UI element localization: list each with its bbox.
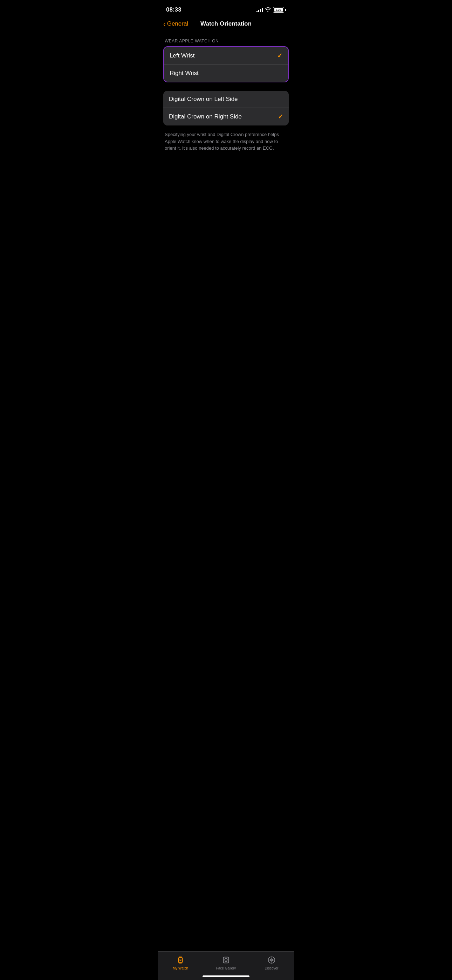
right-wrist-option[interactable]: Right Wrist	[164, 65, 288, 82]
crown-left-label: Digital Crown on Left Side	[169, 96, 238, 103]
wifi-icon	[265, 7, 271, 13]
wrist-section-label: WEAR APPLE WATCH ON	[163, 38, 289, 43]
crown-right-checkmark: ✓	[278, 113, 283, 121]
right-wrist-label: Right Wrist	[170, 70, 199, 77]
crown-right-label: Digital Crown on Right Side	[169, 113, 242, 120]
status-bar: 08:33 100	[158, 0, 294, 18]
wrist-section: WEAR APPLE WATCH ON Left Wrist ✓ Right W…	[163, 38, 289, 83]
back-button[interactable]: ‹ General	[163, 20, 188, 27]
back-label: General	[167, 20, 188, 27]
left-wrist-checkmark: ✓	[277, 52, 282, 60]
left-wrist-option[interactable]: Left Wrist ✓	[164, 47, 288, 65]
crown-right-option[interactable]: Digital Crown on Right Side ✓	[163, 108, 289, 126]
crown-left-option[interactable]: Digital Crown on Left Side	[163, 91, 289, 108]
nav-bar: ‹ General Watch Orientation	[158, 18, 294, 32]
battery-icon: 100	[273, 7, 286, 13]
status-icons: 100	[256, 7, 286, 13]
crown-section: Digital Crown on Left Side Digital Crown…	[163, 91, 289, 152]
back-chevron-icon: ‹	[163, 20, 166, 27]
help-text: Specifying your wrist and Digital Crown …	[163, 130, 289, 152]
signal-bars-icon	[256, 7, 263, 12]
page-title: Watch Orientation	[201, 20, 251, 27]
wrist-options-group: Left Wrist ✓ Right Wrist	[163, 46, 289, 83]
crown-options-group: Digital Crown on Left Side Digital Crown…	[163, 91, 289, 126]
status-time: 08:33	[166, 6, 181, 13]
left-wrist-label: Left Wrist	[170, 52, 194, 59]
main-content: WEAR APPLE WATCH ON Left Wrist ✓ Right W…	[158, 32, 294, 152]
